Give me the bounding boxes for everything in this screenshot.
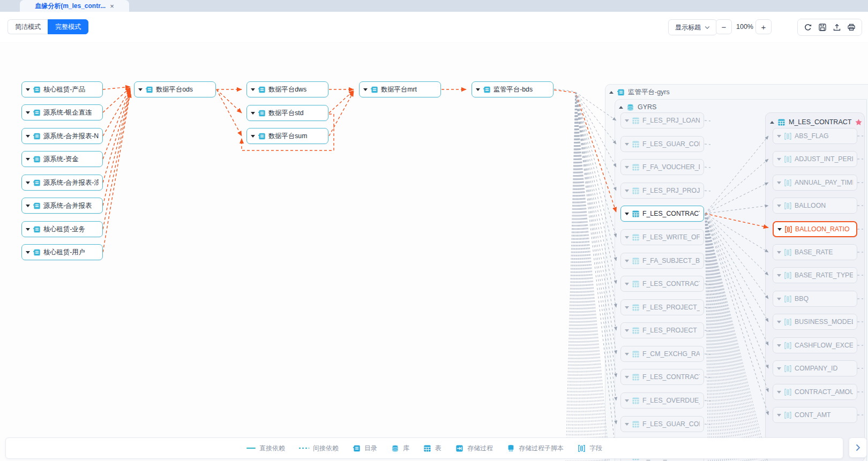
expand-caret-icon[interactable] — [625, 213, 629, 215]
expand-caret-icon[interactable] — [625, 119, 629, 122]
expand-caret-icon[interactable] — [625, 329, 629, 332]
node-f-les-prj-loan[interactable]: F_LES_PRJ_LOAN_... — [620, 112, 704, 129]
lineage-canvas[interactable]: 监管平台-gyrs GYRS M_LES_CONTRACT 核心租赁-产品源系统… — [0, 42, 868, 461]
expand-caret-icon[interactable] — [26, 135, 30, 138]
node-f-les-contract[interactable]: F_LES_CONTRACT — [620, 206, 704, 222]
node-f-les-prj-proje[interactable]: F_LES_PRJ_PROJE... — [620, 183, 704, 199]
node-contract-amou[interactable]: CONTRACT_AMOU... — [773, 384, 857, 400]
favorite-star-icon[interactable] — [855, 118, 863, 126]
node-f-les-overdue[interactable]: F_LES_OVERDUE_... — [620, 392, 704, 409]
expand-caret-icon[interactable] — [777, 228, 782, 231]
node-f-les-contract[interactable]: F_LES_CONTRACT... — [620, 276, 704, 292]
node-[interactable]: 源系统-合并报表-浪潮 — [21, 175, 103, 191]
expand-caret-icon[interactable] — [138, 88, 143, 91]
tab-lineage-analysis[interactable]: 血缘分析(m_les_contr... × — [20, 0, 129, 12]
node-f-les-project[interactable]: F_LES_PROJECT — [620, 322, 704, 338]
expand-caret-icon[interactable] — [777, 391, 781, 394]
node-bbq[interactable]: BBQ — [773, 291, 857, 307]
node-cont-amt[interactable]: CONT_AMT — [773, 407, 857, 423]
node-f-les-write-off[interactable]: F_LES_WRITE_OFF — [620, 229, 704, 245]
save-icon[interactable] — [818, 23, 827, 32]
close-icon[interactable]: × — [110, 3, 114, 10]
node-company-id[interactable]: COMPANY_ID — [773, 360, 857, 376]
node-cashflow-excep[interactable]: CASHFLOW_EXCEP... — [773, 337, 857, 353]
node-[interactable]: 源系统-银企直连 — [21, 104, 103, 120]
node-nav[interactable]: 源系统-合并报表-Nav — [21, 128, 103, 144]
expand-caret-icon[interactable] — [777, 414, 781, 417]
node-ods[interactable]: 数据平台ods — [134, 81, 216, 97]
node-std[interactable]: 数据平台std — [246, 105, 328, 121]
node-[interactable]: 核心租赁-业务 — [21, 221, 103, 237]
expand-caret-icon[interactable] — [476, 88, 480, 91]
node-balloon-ratio[interactable]: BALLOON_RATIO — [773, 221, 857, 237]
expand-caret-icon[interactable] — [26, 228, 30, 231]
node-adjust-int-peri[interactable]: ADJUST_INT_PERI... — [773, 151, 857, 167]
expand-caret-icon[interactable] — [777, 298, 781, 300]
refresh-icon[interactable] — [804, 23, 812, 32]
zoom-in-button[interactable]: + — [755, 19, 772, 34]
node-base-rate[interactable]: BASE_RATE — [773, 244, 857, 260]
show-title-dropdown[interactable]: 显示标题 — [668, 19, 717, 35]
expand-caret-icon[interactable] — [625, 143, 629, 146]
expand-caret-icon[interactable] — [777, 158, 781, 161]
node-balloon[interactable]: BALLOON — [773, 198, 857, 214]
export-icon[interactable] — [833, 23, 841, 32]
expand-caret-icon[interactable] — [625, 260, 629, 262]
simple-mode-button[interactable]: 简洁模式 — [8, 19, 48, 34]
expand-caret-icon[interactable] — [625, 376, 629, 379]
expand-caret-icon[interactable] — [777, 205, 781, 207]
node-mrt[interactable]: 数据平台mrt — [359, 81, 441, 97]
zoom-out-button[interactable]: − — [716, 19, 732, 34]
collapse-caret-icon[interactable] — [770, 121, 774, 124]
collapse-caret-icon[interactable] — [609, 91, 613, 94]
expand-caret-icon[interactable] — [26, 88, 30, 91]
expand-caret-icon[interactable] — [777, 344, 781, 347]
expand-caret-icon[interactable] — [777, 182, 781, 184]
node-dws[interactable]: 数据平台dws — [246, 81, 328, 97]
collapse-caret-icon[interactable] — [619, 106, 623, 109]
node-f-cm-exchg-rate[interactable]: F_CM_EXCHG_RATE — [620, 346, 704, 362]
expand-caret-icon[interactable] — [777, 367, 781, 370]
expand-caret-icon[interactable] — [251, 112, 255, 115]
expand-caret-icon[interactable] — [625, 306, 629, 309]
node-base-rate-type[interactable]: BASE_RATE_TYPE — [773, 267, 857, 283]
expand-caret-icon[interactable] — [625, 236, 629, 239]
expand-caret-icon[interactable] — [26, 205, 30, 207]
node-abs-flag[interactable]: ABS_FLAG — [773, 128, 857, 144]
expand-caret-icon[interactable] — [26, 158, 30, 161]
node-[interactable]: 源系统-资金 — [21, 151, 103, 167]
panel-gyrs-header[interactable]: 监管平台-gyrs — [609, 85, 670, 99]
expand-caret-icon[interactable] — [625, 190, 629, 192]
full-mode-button[interactable]: 完整模式 — [48, 19, 88, 34]
expand-caret-icon[interactable] — [625, 283, 629, 285]
print-icon[interactable] — [847, 23, 856, 32]
node-f-les-project[interactable]: F_LES_PROJECT_... — [620, 299, 704, 315]
node-annual-pay-times[interactable]: ANNUAL_PAY_TIMES — [773, 175, 857, 191]
node-sum[interactable]: 数据平台sum — [246, 128, 328, 144]
node-f-fa-voucher-d[interactable]: F_FA_VOUCHER_D... — [620, 159, 704, 175]
expand-caret-icon[interactable] — [777, 321, 781, 323]
expand-caret-icon[interactable] — [625, 423, 629, 426]
node-[interactable]: 核心租赁-用户 — [21, 244, 103, 260]
node-f-fa-subject-ba[interactable]: F_FA_SUBJECT_BA... — [620, 253, 704, 269]
expand-caret-icon[interactable] — [251, 88, 255, 91]
expand-caret-icon[interactable] — [625, 399, 629, 402]
node-f-les-guar-con[interactable]: F_LES_GUAR_CON... — [620, 416, 704, 432]
node-f-les-contract[interactable]: F_LES_CONTRACT... — [620, 369, 704, 385]
expand-caret-icon[interactable] — [625, 166, 629, 169]
expand-caret-icon[interactable] — [26, 251, 30, 254]
expand-caret-icon[interactable] — [363, 88, 368, 91]
expand-panel-button[interactable] — [849, 437, 867, 458]
expand-caret-icon[interactable] — [625, 353, 629, 356]
node-f-les-guar-con[interactable]: F_LES_GUAR_CON... — [620, 136, 704, 152]
expand-caret-icon[interactable] — [26, 182, 30, 184]
detail-table-header[interactable]: M_LES_CONTRACT — [770, 115, 859, 129]
expand-caret-icon[interactable] — [777, 274, 781, 277]
node-bds[interactable]: 监管平台-bds — [472, 81, 553, 97]
expand-caret-icon[interactable] — [251, 135, 255, 138]
node-business-model[interactable]: BUSINESS_MODEL — [773, 314, 857, 330]
node-[interactable]: 核心租赁-产品 — [21, 81, 103, 97]
expand-caret-icon[interactable] — [777, 135, 781, 138]
expand-caret-icon[interactable] — [26, 111, 30, 114]
node-[interactable]: 源系统-合并报表 — [21, 198, 103, 214]
